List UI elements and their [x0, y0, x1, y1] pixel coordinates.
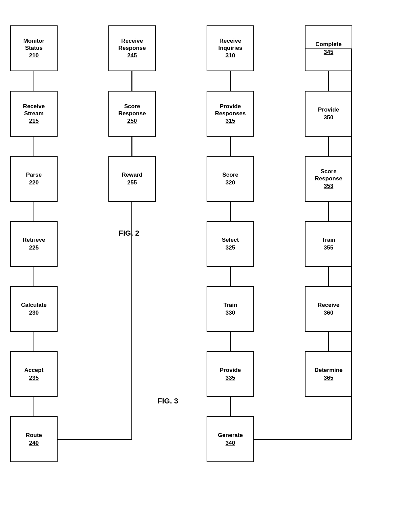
box-255: Reward 255 — [108, 156, 156, 202]
conn-215-220 — [34, 137, 34, 156]
box-250: ScoreResponse 250 — [108, 91, 156, 137]
box-350: Provide 350 — [305, 91, 352, 137]
conn-250-255 — [132, 137, 132, 156]
conn-220-225 — [34, 202, 34, 221]
conn-353-355 — [328, 202, 329, 221]
box-240: Route 240 — [10, 416, 58, 462]
conn-330-335 — [230, 332, 231, 351]
conn-325-330 — [230, 267, 231, 286]
box-315: ProvideResponses 315 — [207, 91, 254, 137]
conn-320-325 — [230, 202, 231, 221]
conn-230-235 — [34, 332, 34, 351]
conn-350-353 — [328, 137, 329, 156]
box-355: Train 355 — [305, 221, 352, 267]
conn-310-315 — [230, 71, 231, 91]
box-360: Receive 360 — [305, 286, 352, 332]
box-325: Select 325 — [207, 221, 254, 267]
conn-col4-right-v — [351, 48, 352, 439]
fig3-label: FIG. 3 — [158, 397, 178, 405]
box-220: Parse 220 — [10, 156, 58, 202]
box-310: ReceiveInquiries 310 — [207, 25, 254, 71]
box-215: ReceiveStream 215 — [10, 91, 58, 137]
conn-335-340 — [230, 397, 231, 416]
box-230: Calculate 230 — [10, 286, 58, 332]
conn-col4-top-h — [305, 48, 352, 49]
box-330: Train 330 — [207, 286, 254, 332]
box-335: Provide 335 — [207, 351, 254, 397]
box-225: Retrieve 225 — [10, 221, 58, 267]
conn-210-215 — [34, 71, 34, 91]
conn-225-230 — [34, 267, 34, 286]
conn-245-250 — [132, 71, 132, 91]
box-235: Accept 235 — [10, 351, 58, 397]
box-210: Monitor Status 210 — [10, 25, 58, 71]
box-353: ScoreResponse 353 — [305, 156, 352, 202]
conn-345-350 — [328, 71, 329, 91]
fig2-label: FIG. 2 — [119, 229, 139, 238]
box-340: Generate 340 — [207, 416, 254, 462]
conn-gen340-right — [254, 439, 352, 440]
box-320: Score 320 — [207, 156, 254, 202]
conn-240-right — [58, 439, 132, 440]
conn-315-320 — [230, 137, 231, 156]
box-365: Determine 365 — [305, 351, 352, 397]
conn-235-240 — [34, 397, 34, 416]
diagram-container: Monitor Status 210 ReceiveStream 215 Par… — [0, 0, 420, 515]
conn-355-360 — [328, 267, 329, 286]
box-245: ReceiveResponse 245 — [108, 25, 156, 71]
conn-360-365 — [328, 332, 329, 351]
